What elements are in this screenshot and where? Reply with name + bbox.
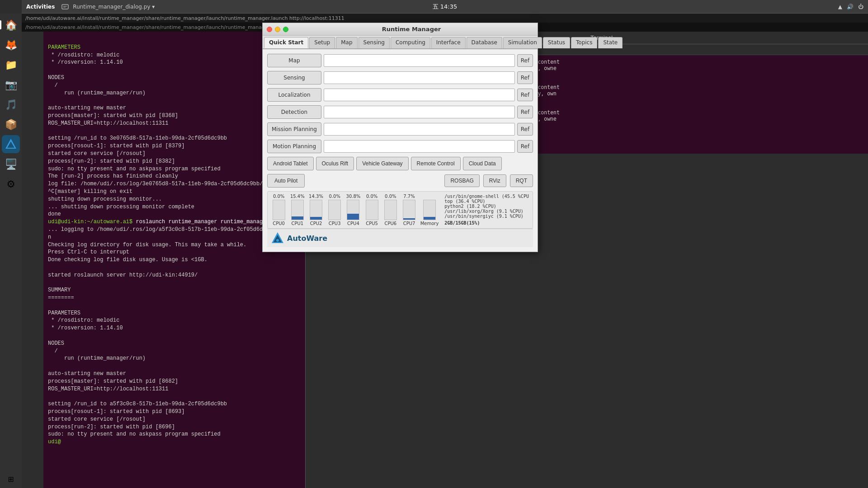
android-tablet-button[interactable]: Android Tablet	[267, 157, 314, 170]
process-info-line: /usr/lib/xorg/Xorg (9.1 %CPU)	[444, 209, 529, 214]
cpu5-column: 0.0% CPU5	[364, 194, 379, 226]
dock-icon-settings[interactable]: ⚙️	[2, 175, 20, 193]
cpu7-column: 7.7% CPU7	[401, 194, 416, 226]
cpu6-bar	[384, 200, 397, 220]
dock-icon-terminal[interactable]: 🖥️	[2, 155, 20, 173]
rm-window-controls	[266, 27, 289, 32]
rm-device-buttons: Android Tablet Oculus Rift Vehicle Gatew…	[267, 157, 533, 170]
memory-bar	[423, 200, 436, 220]
tab-map[interactable]: Map	[336, 37, 357, 48]
rm-row-localization: Localization Ref	[267, 88, 533, 102]
tab-interface[interactable]: Interface	[431, 37, 466, 48]
window-title-text: Runtime_manager_dialog.py ▾	[73, 4, 155, 10]
rviz-button[interactable]: RViz	[483, 174, 506, 187]
cpu2-label: CPU2	[310, 221, 322, 226]
cpu1-label: CPU1	[291, 221, 303, 226]
map-input[interactable]	[324, 54, 515, 67]
detection-ref-button[interactable]: Ref	[517, 106, 533, 118]
activities-button[interactable]: Activities	[26, 4, 55, 10]
vehicle-gateway-button[interactable]: Vehicle Gateway	[356, 157, 408, 170]
tab-topics[interactable]: Topics	[571, 37, 597, 48]
cpu1-column: 15.4% CPU1	[290, 194, 305, 226]
dock-icon-grid[interactable]: ⊞	[2, 470, 20, 488]
motion-planning-button[interactable]: Motion Planning	[267, 140, 321, 153]
autoware-logo-icon	[271, 231, 284, 245]
dock-icon-home[interactable]: 🏠	[2, 16, 20, 34]
tab-quick-start[interactable]: Quick Start	[264, 37, 308, 48]
detection-input[interactable]	[324, 106, 515, 118]
process-info-line: /usr/bin/synergiyc (9.1 %CPU)	[444, 214, 529, 219]
cpu0-bar	[273, 200, 285, 220]
oculus-rift-button[interactable]: Oculus Rift	[316, 157, 354, 170]
tab-setup[interactable]: Setup	[309, 37, 335, 48]
window-title[interactable]: Runtime_manager_dialog.py ▾	[61, 3, 155, 10]
cpu1-percent: 15.4%	[290, 194, 305, 199]
tab-state[interactable]: State	[598, 37, 623, 48]
motion-planning-ref-button[interactable]: Ref	[517, 140, 533, 153]
tab-status[interactable]: Status	[543, 37, 570, 48]
localization-ref-button[interactable]: Ref	[517, 89, 533, 101]
rm-row-map: Map Ref	[267, 54, 533, 67]
localization-input[interactable]	[324, 89, 515, 101]
mission-planning-input[interactable]	[324, 123, 515, 136]
rm-max-button[interactable]	[283, 27, 288, 32]
mission-planning-ref-button[interactable]: Ref	[517, 123, 533, 136]
sensing-input[interactable]	[324, 71, 515, 84]
topbar: Activities Runtime_manager_dialog.py ▾ 五…	[22, 0, 868, 14]
cpu1-fill	[292, 216, 303, 220]
tab-computing[interactable]: Computing	[391, 37, 430, 48]
cpu7-label: CPU7	[403, 221, 415, 226]
rm-min-button[interactable]	[275, 27, 280, 32]
auto-pilot-button[interactable]: Auto Pilot	[267, 174, 305, 188]
rm-tabs: Quick Start Setup Map Sensing Computing …	[263, 36, 538, 49]
cpu4-label: CPU4	[347, 221, 359, 226]
cpu1-bar	[291, 200, 304, 220]
cloud-data-button[interactable]: Cloud Data	[463, 157, 502, 170]
map-ref-button[interactable]: Ref	[517, 54, 533, 67]
path-bar: /home/udi/autoware.ai/install/runtime_ma…	[22, 14, 868, 23]
cpu6-label: CPU6	[384, 221, 396, 226]
sensing-button[interactable]: Sensing	[267, 71, 321, 84]
dock-icon-music[interactable]: 🎵	[2, 95, 20, 113]
cpu3-column: 0.0% CPU3	[327, 194, 342, 226]
cpu4-bar	[347, 200, 359, 220]
process-info-line: /usr/bin/gnome-shell (45.5 %CPU	[444, 194, 529, 199]
rm-row-mission-planning: Mission Planning Ref	[267, 122, 533, 136]
dock-icon-files[interactable]: 📁	[2, 56, 20, 74]
tab-database[interactable]: Database	[467, 37, 502, 48]
dock-icon-software[interactable]: 📦	[2, 115, 20, 133]
tab-simulation[interactable]: Simulation	[503, 37, 542, 48]
rm-close-button[interactable]	[267, 27, 272, 32]
sensing-ref-button[interactable]: Ref	[517, 71, 533, 84]
cpu3-percent: 0.0%	[329, 194, 340, 199]
rm-titlebar: Runtime Manager	[263, 23, 538, 36]
cpu5-bar	[366, 200, 378, 220]
process-info: /usr/bin/gnome-shell (45.5 %CPU top (36.…	[444, 194, 529, 225]
tab-sensing[interactable]: Sensing	[359, 37, 390, 48]
autoware-logo-text: AutoWare	[287, 234, 327, 243]
localization-button[interactable]: Localization	[267, 88, 321, 102]
mission-planning-button[interactable]: Mission Planning	[267, 122, 321, 136]
rm-title-text: Runtime Manager	[289, 26, 534, 33]
cpu2-fill	[310, 217, 322, 220]
svg-point-7	[276, 239, 279, 242]
cpu-memory-bar: 0.0% CPU0 15.4% CPU1 14.3% CPU2	[267, 191, 533, 229]
application-dock: 🏠 🦊 📁 📷 🎵 📦 🖥️ ⚙️ ⊞	[0, 14, 22, 488]
motion-planning-input[interactable]	[324, 140, 515, 153]
map-button[interactable]: Map	[267, 54, 321, 67]
dock-icon-autoware[interactable]	[2, 135, 20, 153]
system-tray: ▲ 🔊 ⏻	[838, 4, 863, 10]
dock-icon-firefox[interactable]: 🦊	[2, 36, 20, 54]
cpu0-column: 0.0% CPU0	[271, 194, 286, 226]
cpu3-label: CPU3	[329, 221, 341, 226]
rm-row-sensing: Sensing Ref	[267, 71, 533, 84]
rqt-button[interactable]: RQT	[510, 174, 533, 187]
dock-icon-photos[interactable]: 📷	[2, 75, 20, 94]
memory-fill	[424, 217, 435, 220]
cpu6-percent: 0.0%	[385, 194, 396, 199]
cpu7-fill	[403, 218, 415, 220]
rosbag-button[interactable]: ROSBAG	[444, 174, 479, 187]
memory-value: 2GB/15GB(15%)	[444, 221, 529, 225]
detection-button[interactable]: Detection	[267, 105, 321, 119]
remote-control-button[interactable]: Remote Control	[411, 157, 461, 170]
